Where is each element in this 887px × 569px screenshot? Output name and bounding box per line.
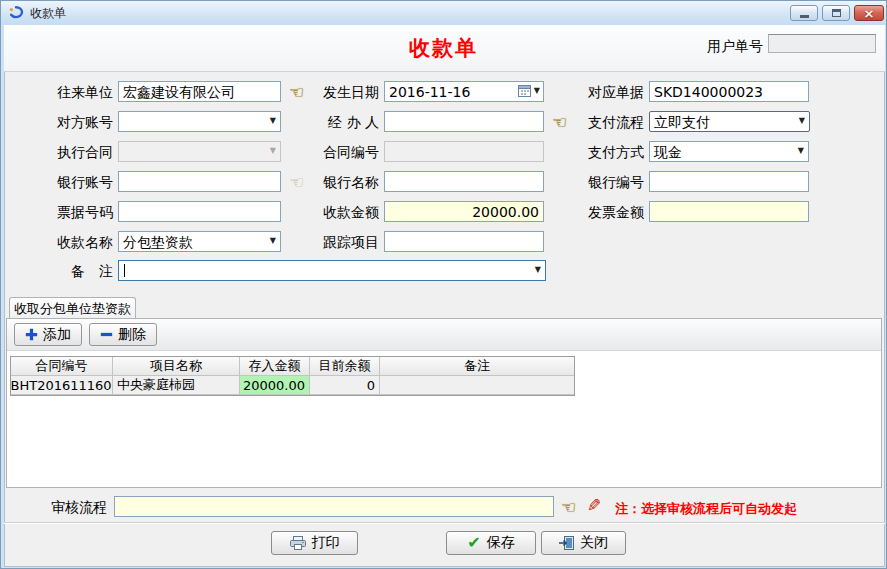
bank-code-label: 银行编号 — [586, 174, 644, 190]
chevron-down-icon: ▼ — [270, 117, 276, 125]
title-bar[interactable]: 收款单 × — [1, 1, 886, 25]
col-remark[interactable]: 备注 — [380, 357, 574, 376]
handler-label: 经 办 人 — [321, 114, 379, 130]
chevron-down-icon: ▼ — [798, 147, 804, 155]
ref-doc-input[interactable]: SKD140000023 — [649, 81, 809, 102]
cell-deposit-amount[interactable]: 20000.00 — [240, 376, 310, 395]
payment-method-label: 支付方式 — [586, 144, 644, 160]
footer-divider — [4, 522, 885, 524]
user-no-label: 用户单号 — [695, 38, 763, 56]
bank-code-input[interactable] — [649, 171, 809, 192]
remark-select[interactable]: ▼ — [118, 260, 546, 281]
cell-remark[interactable] — [380, 376, 574, 395]
chevron-down-icon: ▼ — [799, 117, 805, 125]
pick-review-flow-hand-icon[interactable]: ☜ — [561, 499, 576, 516]
cell-contract-no[interactable]: FBHT2016111602 — [11, 376, 113, 395]
col-project-name[interactable]: 项目名称 — [113, 357, 240, 376]
window-title: 收款单 — [30, 5, 66, 22]
contract-no-input — [384, 141, 544, 162]
pick-counterpart-hand-icon[interactable]: ☜ — [289, 84, 304, 101]
ref-doc-label: 对应单据 — [586, 84, 644, 100]
receipt-name-select[interactable]: 分包垫资款▼ — [118, 231, 281, 252]
deposit-table: 合同编号 项目名称 存入金额 目前余额 备注 FBHT2016111602 中央… — [10, 356, 575, 396]
counterpart-account-label: 对方账号 — [55, 114, 113, 130]
receipt-amount-input[interactable]: 20000.00 — [384, 201, 544, 222]
chevron-down-icon: ▼ — [535, 266, 541, 274]
sign-pencil-icon[interactable]: ✎ — [587, 495, 601, 515]
date-label: 发生日期 — [321, 84, 379, 100]
bill-no-input[interactable] — [118, 201, 281, 222]
chevron-down-icon: ▼ — [270, 237, 276, 245]
invoice-amount-label: 发票金额 — [586, 204, 644, 220]
minus-icon — [100, 328, 113, 341]
bill-no-label: 票据号码 — [55, 204, 113, 220]
add-row-button[interactable]: 添加 — [14, 323, 82, 346]
receipt-amount-label: 收款金额 — [321, 204, 379, 220]
exec-contract-label: 执行合同 — [55, 144, 113, 160]
date-dropdown-icon[interactable]: ▼ — [534, 87, 540, 95]
minimize-icon — [800, 15, 809, 18]
bank-account-label: 银行账号 — [55, 174, 113, 190]
table-header-row: 合同编号 项目名称 存入金额 目前余额 备注 — [11, 357, 574, 376]
handler-input[interactable] — [384, 111, 544, 132]
review-flow-input[interactable] — [114, 496, 554, 517]
tab-subcontract-deposit[interactable]: 收取分包单位垫资款 — [9, 297, 136, 319]
maximize-button[interactable] — [822, 5, 850, 21]
app-logo-icon — [8, 5, 24, 21]
printer-icon — [290, 536, 306, 550]
table-row[interactable]: FBHT2016111602 中央豪庭柿园 20000.00 0 — [11, 376, 574, 395]
user-no-field — [768, 34, 876, 53]
text-caret — [124, 264, 125, 277]
plus-icon — [25, 328, 38, 341]
date-input[interactable]: 2016-11-16 ▼ — [384, 81, 544, 102]
close-icon: × — [864, 7, 875, 20]
detail-panel: 添加 删除 合同编号 项目名称 存入金额 目前余额 备注 FBHT2016111… — [6, 318, 882, 488]
save-button[interactable]: ✔ 保存 — [446, 531, 536, 555]
review-note: 注：选择审核流程后可自动发起 — [615, 500, 797, 518]
pick-handler-hand-icon[interactable]: ☜ — [552, 114, 567, 131]
counterpart-account-select[interactable]: ▼ — [118, 111, 281, 132]
tracking-project-label: 跟踪项目 — [321, 234, 379, 250]
cell-project-name[interactable]: 中央豪庭柿园 — [113, 376, 240, 395]
print-button[interactable]: 打印 — [271, 531, 358, 555]
check-icon: ✔ — [467, 535, 480, 551]
bank-name-label: 银行名称 — [321, 174, 379, 190]
maximize-icon — [832, 9, 841, 17]
minimize-button[interactable] — [790, 5, 818, 21]
payment-flow-select[interactable]: 立即支付▼ — [649, 111, 810, 132]
exec-contract-select: ▼ — [118, 141, 281, 162]
tracking-project-input[interactable] — [384, 231, 544, 252]
col-current-balance[interactable]: 目前余额 — [310, 357, 380, 376]
delete-row-button[interactable]: 删除 — [89, 323, 157, 346]
bank-account-input[interactable] — [118, 171, 281, 192]
contract-no-label: 合同编号 — [321, 144, 379, 160]
cell-current-balance[interactable]: 0 — [310, 376, 380, 395]
counterpart-unit-label: 往来单位 — [55, 84, 113, 100]
bank-name-input[interactable] — [384, 171, 544, 192]
remark-label: 备 注 — [55, 263, 113, 279]
receipt-name-label: 收款名称 — [55, 234, 113, 250]
col-contract-no[interactable]: 合同编号 — [11, 357, 113, 376]
grid-toolbar: 添加 删除 — [7, 319, 881, 351]
payment-method-select[interactable]: 现金▼ — [649, 141, 809, 162]
exit-door-icon — [559, 536, 574, 550]
review-flow-label: 审核流程 — [49, 499, 107, 515]
close-button[interactable]: × — [854, 5, 884, 21]
receipt-form-window: 收款单 × 收款单 用户单号 往来单位 宏鑫建设有限公司 ☜ 发生日期 2016… — [0, 0, 887, 569]
invoice-amount-input[interactable] — [649, 201, 809, 222]
counterpart-unit-input[interactable]: 宏鑫建设有限公司 — [118, 81, 281, 102]
col-deposit-amount[interactable]: 存入金额 — [240, 357, 310, 376]
payment-flow-label: 支付流程 — [586, 114, 644, 130]
close-form-button[interactable]: 关闭 — [541, 531, 626, 555]
calendar-icon[interactable] — [518, 85, 531, 97]
pick-bank-hand-icon: ☜ — [289, 174, 304, 191]
chevron-down-icon: ▼ — [270, 147, 276, 155]
